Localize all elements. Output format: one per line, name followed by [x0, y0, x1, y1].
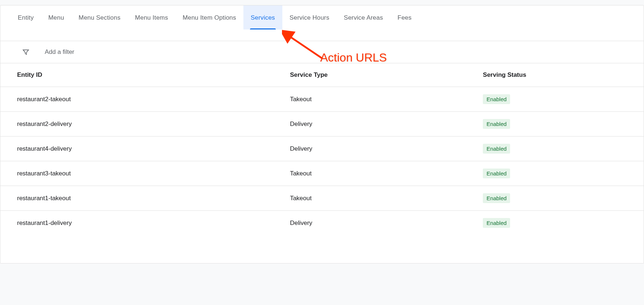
- header-entity-id[interactable]: Entity ID: [0, 63, 283, 87]
- tab-service-hours[interactable]: Service Hours: [282, 5, 337, 29]
- status-badge: Enabled: [483, 94, 510, 104]
- cell-service-type: Takeout: [283, 186, 476, 211]
- status-badge: Enabled: [483, 193, 510, 203]
- status-badge: Enabled: [483, 144, 510, 154]
- cell-entity-id: restaurant3-takeout: [0, 161, 283, 186]
- cell-serving-status: Enabled: [476, 112, 644, 136]
- cell-entity-id: restaurant1-delivery: [0, 211, 283, 235]
- cell-entity-id: restaurant2-takeout: [0, 87, 283, 112]
- tab-menu[interactable]: Menu: [41, 5, 71, 29]
- tab-service-areas[interactable]: Service Areas: [337, 5, 390, 29]
- table-row[interactable]: restaurant1-deliveryDeliveryEnabled: [0, 211, 644, 235]
- cell-service-type: Delivery: [283, 211, 476, 235]
- cell-service-type: Takeout: [283, 87, 476, 112]
- tab-menu-items[interactable]: Menu Items: [128, 5, 175, 29]
- header-service-type[interactable]: Service Type: [283, 63, 476, 87]
- cell-serving-status: Enabled: [476, 87, 644, 112]
- status-badge: Enabled: [483, 119, 510, 129]
- table-row[interactable]: restaurant3-takeoutTakeoutEnabled: [0, 161, 644, 186]
- tab-menu-sections[interactable]: Menu Sections: [71, 5, 128, 29]
- cell-serving-status: Enabled: [476, 136, 644, 161]
- table-header-row: Entity ID Service Type Serving Status: [0, 63, 644, 87]
- table-row[interactable]: restaurant2-deliveryDeliveryEnabled: [0, 112, 644, 136]
- status-badge: Enabled: [483, 218, 510, 228]
- services-table: Entity ID Service Type Serving Status re…: [0, 63, 644, 235]
- cell-service-type: Delivery: [283, 112, 476, 136]
- cell-serving-status: Enabled: [476, 161, 644, 186]
- tab-fees[interactable]: Fees: [390, 5, 419, 29]
- table-row[interactable]: restaurant4-deliveryDeliveryEnabled: [0, 136, 644, 161]
- tab-services[interactable]: Services: [243, 5, 282, 29]
- tabs-bar: EntityMenuMenu SectionsMenu ItemsMenu It…: [0, 5, 644, 30]
- cell-serving-status: Enabled: [476, 211, 644, 235]
- filter-bar: Add a filter: [0, 41, 644, 63]
- header-serving-status[interactable]: Serving Status: [476, 63, 644, 87]
- status-badge: Enabled: [483, 169, 510, 178]
- cell-serving-status: Enabled: [476, 186, 644, 211]
- table-row[interactable]: restaurant1-takeoutTakeoutEnabled: [0, 186, 644, 211]
- tab-entity[interactable]: Entity: [11, 5, 41, 29]
- tab-menu-item-options[interactable]: Menu Item Options: [175, 5, 243, 29]
- table-row[interactable]: restaurant2-takeoutTakeoutEnabled: [0, 87, 644, 112]
- cell-entity-id: restaurant2-delivery: [0, 112, 283, 136]
- cell-entity-id: restaurant1-takeout: [0, 186, 283, 211]
- cell-service-type: Delivery: [283, 136, 476, 161]
- filter-icon[interactable]: [22, 48, 29, 56]
- cell-entity-id: restaurant4-delivery: [0, 136, 283, 161]
- page-container: EntityMenuMenu SectionsMenu ItemsMenu It…: [0, 5, 644, 264]
- cell-service-type: Takeout: [283, 161, 476, 186]
- filter-input[interactable]: Add a filter: [45, 48, 74, 56]
